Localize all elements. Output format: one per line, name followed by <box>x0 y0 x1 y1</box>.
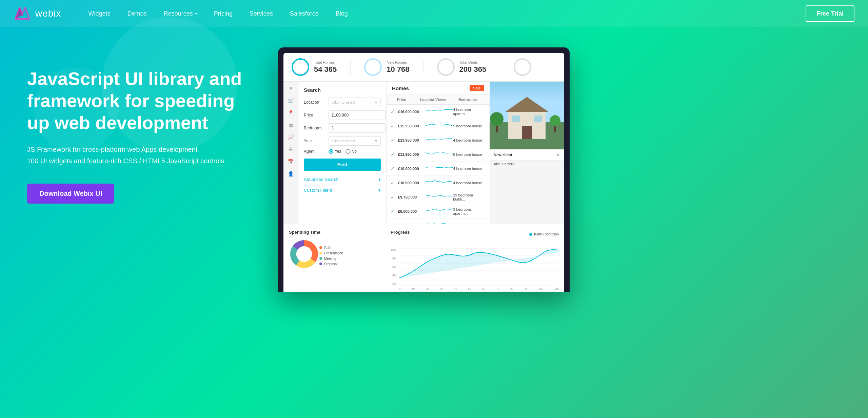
table-row[interactable]: ✓ £16,000,000 Lancaster Gate, Bayswater,… <box>387 105 490 119</box>
stat-circle-new-homes <box>364 58 382 76</box>
row-check: ✓ <box>391 152 398 157</box>
agent-label: Agent <box>304 149 326 154</box>
stat-circle-total-deals <box>437 58 455 76</box>
table-row[interactable]: ✓ £11,950,000 Cheyne Place, Chelsea, SW3… <box>387 147 490 162</box>
legend-dot-meeting <box>319 257 322 260</box>
row-price: £16,000,000 <box>398 110 426 114</box>
radio-yes-dot <box>329 149 333 154</box>
sparkline-chart <box>426 107 453 115</box>
row-price: £10,000,000 <box>398 181 426 185</box>
navbar-links: Widgets Demos Resources ▾ Pricing Servic… <box>88 10 806 17</box>
advanced-search-link[interactable]: Advanced Search ▾ <box>304 174 381 185</box>
table-row[interactable]: ✓ £7,000,000 Bryanston Mews West, Maryle… <box>387 218 490 224</box>
legend-call: Call <box>319 246 343 250</box>
sidebar-calendar-icon[interactable]: 📅 <box>288 159 294 166</box>
row-check: ✓ <box>391 166 398 171</box>
property-image <box>490 82 564 149</box>
progress-chart-svg <box>399 248 559 286</box>
nav-services[interactable]: Services <box>250 10 273 17</box>
location-label: Location <box>304 100 326 105</box>
nav-pricing[interactable]: Pricing <box>214 10 233 17</box>
agent-no-radio[interactable]: No <box>346 149 357 154</box>
row-views <box>426 192 453 202</box>
bedrooms-label: Bedrooms <box>304 126 326 130</box>
search-bedrooms-row: Bedrooms <box>304 123 381 133</box>
table-row[interactable]: ✓ £10,000,000 Harrington Road, South Ken… <box>387 162 490 176</box>
notification-bar: New client ✕ <box>490 149 564 161</box>
row-check: ✓ <box>391 180 398 186</box>
hero-section: JavaScript UI library and framework for … <box>0 0 868 418</box>
row-bedrooms: 3 bedroom apartm... <box>453 207 486 215</box>
legend-dot-proposal <box>319 263 322 265</box>
row-check: ✓ <box>391 138 398 143</box>
table-row[interactable]: ✓ £9,750,000 Chapel Street, Belgravia, S… <box>387 190 490 204</box>
row-bedrooms: 29 bedroom buildi... <box>453 193 486 201</box>
nav-blog[interactable]: Blog <box>336 10 348 17</box>
search-agent-row: Agent Yes No <box>304 149 381 154</box>
row-price: £8,500,000 <box>398 209 426 213</box>
row-views <box>426 164 453 173</box>
location-select[interactable]: Click to select ▾ <box>329 98 381 107</box>
stat-new-homes: New Homes 10 768 <box>364 58 409 76</box>
price-from-input[interactable] <box>329 110 386 120</box>
table-row[interactable]: ✓ £10,000,000 Hartington Road, Chiswick,… <box>387 176 490 190</box>
notification-close-icon[interactable]: ✕ <box>556 152 560 158</box>
donut-legend: Call Presentation Meeting <box>319 243 343 266</box>
nav-resources[interactable]: Resources ▾ <box>164 10 197 17</box>
row-price: £10,000,000 <box>398 167 426 171</box>
nav-salesforce[interactable]: Salesforce <box>290 10 319 17</box>
right-panel: New client ✕ Allie Herrera <box>490 82 564 224</box>
download-button[interactable]: Download Webix UI <box>27 184 114 204</box>
progress-chart-title: Progress <box>391 230 410 235</box>
custom-filters-link[interactable]: Custom Filters ▾ <box>304 188 381 193</box>
table-row[interactable]: ✓ £8,500,000 Holland Road, Kensington, W… <box>387 204 490 218</box>
sparkline-chart <box>426 207 453 215</box>
check-icon: ✓ <box>391 152 395 157</box>
svg-point-11 <box>490 112 504 126</box>
stat-divider-2 <box>423 60 423 74</box>
hero-title: JavaScript UI library and framework for … <box>27 68 258 133</box>
row-price: £15,950,000 <box>398 124 426 128</box>
stat-label-new-homes: New Homes <box>387 60 409 64</box>
sidebar-cart-icon[interactable]: 🛒 <box>288 98 294 105</box>
sidebar-user-icon[interactable]: 👤 <box>288 171 294 178</box>
row-bedrooms: 4 bedroom house <box>453 138 486 142</box>
progress-legend-label: Keith Thompson <box>534 232 559 236</box>
logo[interactable]: webix <box>14 5 61 22</box>
free-trial-button[interactable]: Free Trial <box>806 5 854 22</box>
app-ui: Total Homes 54 365 New Homes 10 768 <box>283 53 564 292</box>
nav-widgets[interactable]: Widgets <box>88 10 111 17</box>
sidebar-chart-icon[interactable]: 📈 <box>288 134 294 141</box>
chevron-down-icon: ▾ <box>375 139 377 143</box>
price-inputs <box>329 110 387 120</box>
logo-text: webix <box>35 8 61 19</box>
row-check: ✓ <box>391 109 398 114</box>
sidebar-location-icon[interactable]: 📍 <box>288 110 294 117</box>
homes-header: Homes Sale <box>387 82 490 95</box>
row-bedrooms: 5 bedroom house <box>453 124 486 128</box>
col-location: Location <box>420 98 435 102</box>
legend-proposal: Proposal <box>319 262 343 266</box>
chevron-down-icon: ▾ <box>378 177 381 182</box>
year-select[interactable]: Click to select ▾ <box>329 136 381 146</box>
table-row[interactable]: ✓ £15,950,000 York Terrace East, Regent'… <box>387 119 490 133</box>
find-button[interactable]: Find <box>304 159 381 171</box>
homes-panel: Homes Sale Price Location Views Bedrooms <box>387 82 490 224</box>
notification-text: New client <box>494 153 512 157</box>
nav-demos[interactable]: Demos <box>127 10 147 17</box>
agent-yes-radio[interactable]: Yes <box>329 149 341 154</box>
sidebar-grid-icon[interactable]: ▦ <box>288 122 294 129</box>
sidebar-menu-icon[interactable]: ≡ <box>288 86 294 92</box>
svg-rect-7 <box>522 126 532 139</box>
row-views <box>426 178 453 187</box>
navbar: webix Widgets Demos Resources ▾ Pricing … <box>0 0 868 27</box>
table-row[interactable]: ✓ £13,950,000 Farm Street, Mayfair, W1J … <box>387 133 490 147</box>
sidebar-table-icon[interactable]: ☰ <box>288 147 294 153</box>
check-icon: ✓ <box>391 123 395 129</box>
bedrooms-from-input[interactable] <box>329 123 386 133</box>
stats-bar: Total Homes 54 365 New Homes 10 768 <box>283 53 564 82</box>
progress-legend-dot <box>529 233 532 236</box>
col-views: Views <box>435 98 458 102</box>
notification-user: Allie Herrera <box>490 161 564 167</box>
agent-radio-group: Yes No <box>329 149 357 154</box>
